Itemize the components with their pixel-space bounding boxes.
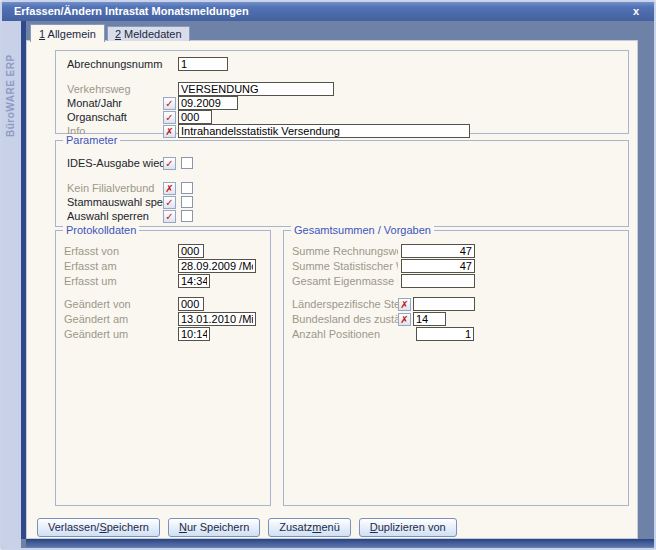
intrastat-dialog-window: Erfassen/Ändern Intrastat Monatsmeldunge… [0, 0, 656, 550]
field-label: Länderspezifische Steuer-Nr. [292, 298, 398, 310]
field-label: Erfasst am [64, 260, 178, 272]
steuer-nr-input[interactable] [413, 297, 475, 311]
parameter-fieldset: Parameter IDES-Ausgabe wiederholen ✓ Kei… [55, 140, 629, 227]
geaendert-am-input[interactable] [178, 312, 256, 326]
gesamt-eigenmasse-input[interactable] [401, 274, 475, 288]
field-label: Erfasst von [64, 245, 178, 257]
geaendert-von-input[interactable] [178, 297, 204, 311]
erfasst-am-input[interactable] [178, 259, 256, 273]
field-label: Geändert von [64, 298, 178, 310]
geaendert-um-input[interactable] [178, 327, 210, 341]
auswahl-sperren-checkbox[interactable] [181, 210, 193, 222]
field-row: Geändert von [64, 297, 270, 311]
field-label: Stammauswahl sperren [67, 196, 163, 208]
fieldset-title: Gesamtsummen / Vorgaben [291, 224, 434, 236]
field-label: Organschaft [67, 111, 163, 123]
erfasst-von-input[interactable] [178, 244, 204, 258]
fieldset-title: Parameter [63, 134, 120, 146]
field-label: Kein Filialverbund [67, 182, 163, 194]
field-label: Geändert um [64, 328, 178, 340]
info-input[interactable] [178, 124, 470, 138]
field-label: Anzahl Positionen [292, 328, 398, 340]
field-label: IDES-Ausgabe wiederholen [67, 157, 163, 169]
field-row: Auswahl sperren ✓ [67, 209, 628, 223]
nur-speichern-button[interactable]: Nur Speichern [168, 518, 260, 537]
field-label: Summe Rechnungswert [292, 245, 398, 257]
verkehrsweg-input[interactable] [178, 82, 334, 96]
field-row: Verkehrsweg [67, 82, 628, 96]
summe-statistischer-wert-input[interactable] [401, 259, 475, 273]
field-label: Auswahl sperren [67, 210, 163, 222]
brand-logo-text: BüroWARE ERP [5, 54, 16, 137]
field-row: Erfasst um [64, 274, 270, 288]
field-row: Abrechnungsnummer [67, 57, 628, 71]
field-row: Summe Rechnungswert [292, 244, 628, 258]
field-row: Organschaft ✓ [67, 110, 628, 124]
red-check-icon[interactable]: ✓ [163, 111, 176, 124]
field-label: Verkehrsweg [67, 83, 163, 95]
field-label: Bundesland des zuständigen FA [292, 313, 398, 325]
bundesland-fa-input[interactable] [413, 312, 446, 326]
red-check-icon[interactable]: ✓ [163, 97, 176, 110]
field-row: IDES-Ausgabe wiederholen ✓ [67, 156, 628, 170]
field-row: Summe Statistischer Wert [292, 259, 628, 273]
ides-ausgabe-checkbox[interactable] [181, 157, 193, 169]
field-row: Info ✗ [67, 124, 628, 138]
field-row: Bundesland des zuständigen FA ✗ [292, 312, 628, 326]
red-cross-icon[interactable]: ✗ [163, 182, 176, 195]
field-label: Abrechnungsnummer [67, 58, 163, 70]
red-check-icon[interactable]: ✓ [163, 210, 176, 223]
field-row: Monat/Jahr ✓ [67, 96, 628, 110]
red-check-icon[interactable]: ✓ [163, 157, 176, 170]
kein-filialverbund-checkbox[interactable] [181, 182, 193, 194]
field-row: Länderspezifische Steuer-Nr. ✗ [292, 297, 628, 311]
verlassen-speichern-button[interactable]: Verlassen/Speichern [37, 518, 160, 537]
red-cross-icon[interactable]: ✗ [398, 298, 411, 311]
close-icon[interactable]: x [630, 2, 642, 21]
red-cross-icon[interactable]: ✗ [398, 313, 411, 326]
field-label: Summe Statistischer Wert [292, 260, 398, 272]
brand-strip: BüroWARE ERP [2, 21, 21, 548]
organschaft-input[interactable] [178, 110, 212, 124]
field-row: Stammauswahl sperren ✓ [67, 195, 628, 209]
field-label: Monat/Jahr [67, 97, 163, 109]
button-row: Verlassen/Speichern Nur Speichern Zusatz… [37, 518, 457, 537]
title-bar: Erfassen/Ändern Intrastat Monatsmeldunge… [2, 2, 654, 21]
field-row: Geändert um [64, 327, 270, 341]
protokolldaten-fieldset: Protokolldaten Erfasst von Erfasst am Er… [55, 230, 271, 506]
field-row: Erfasst von [64, 244, 270, 258]
tab-allgemein[interactable]: 1 Allgemein [30, 24, 105, 42]
zusatzmenu-button[interactable]: Zusatzmenü [268, 518, 351, 537]
field-label: Erfasst um [64, 275, 178, 287]
field-label: Gesamt Eigenmasse Kg [292, 275, 398, 287]
window-title: Erfassen/Ändern Intrastat Monatsmeldunge… [14, 5, 249, 17]
monat-jahr-input[interactable] [178, 96, 238, 110]
tab-bar: 1 Allgemein 2 Meldedaten [30, 23, 190, 41]
erfasst-um-input[interactable] [178, 274, 210, 288]
stammauswahl-sperren-checkbox[interactable] [181, 196, 193, 208]
field-row: Geändert am [64, 312, 270, 326]
field-row: Kein Filialverbund ✗ [67, 181, 628, 195]
field-label: Geändert am [64, 313, 178, 325]
anzahl-positionen-input[interactable] [416, 327, 474, 341]
red-check-icon[interactable]: ✓ [163, 196, 176, 209]
tab-meldedaten[interactable]: 2 Meldedaten [107, 26, 190, 41]
field-row: Gesamt Eigenmasse Kg [292, 274, 628, 288]
abrechnungsnummer-input[interactable] [178, 57, 228, 71]
duplizieren-von-button[interactable]: Duplizieren von [359, 518, 457, 537]
bottom-frame-bar [26, 539, 654, 547]
field-row: Anzahl Positionen [292, 327, 628, 341]
field-row: Erfasst am [64, 259, 270, 273]
gesamtsummen-fieldset: Gesamtsummen / Vorgaben Summe Rechnungsw… [283, 230, 629, 506]
red-cross-icon[interactable]: ✗ [163, 125, 176, 138]
summe-rechnungswert-input[interactable] [401, 244, 475, 258]
header-fieldset: Abrechnungsnummer Verkehrsweg Monat/Jahr… [55, 50, 629, 134]
fieldset-title: Protokolldaten [63, 224, 139, 236]
